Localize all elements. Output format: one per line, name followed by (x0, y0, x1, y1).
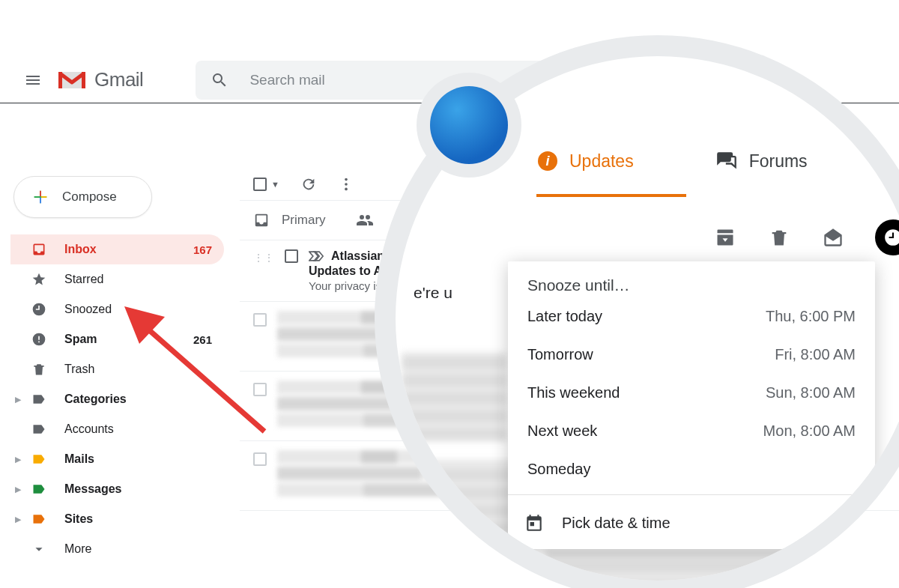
drag-handle-icon[interactable]: ⋮⋮ (253, 249, 274, 264)
sidebar-label: Messages (64, 482, 122, 496)
archive-button[interactable] (713, 225, 737, 249)
sidebar-label: Inbox (64, 243, 97, 256)
select-all-checkbox[interactable]: ▼ (253, 178, 279, 191)
sidebar-item-mails[interactable]: ▶ Mails (10, 444, 224, 474)
snooze-pick-date-time[interactable]: Pick date & time (508, 501, 875, 549)
sidebar-item-starred[interactable]: Starred (10, 264, 224, 294)
mail-open-icon (823, 227, 844, 248)
compose-button[interactable]: Compose (13, 176, 152, 218)
menu-separator (508, 494, 875, 495)
tab-forums[interactable]: Forums (716, 151, 808, 172)
snooze-option-label: This weekend (527, 384, 620, 401)
sidebar-count: 261 (193, 333, 212, 346)
refresh-button[interactable] (300, 176, 317, 193)
svg-point-0 (345, 178, 348, 181)
tab-updates[interactable]: i Updates (538, 151, 634, 172)
inbox-icon (253, 212, 270, 228)
sidebar-item-accounts[interactable]: Accounts (10, 414, 224, 444)
inbox-icon (30, 242, 48, 257)
snooze-option-tomorrow[interactable]: Tomorrow Fri, 8:00 AM (508, 336, 875, 374)
info-icon: i (538, 151, 557, 171)
tab-label: Updates (569, 151, 634, 172)
snooze-option-someday[interactable]: Someday (508, 450, 875, 488)
sidebar-item-inbox[interactable]: Inbox 167 (10, 234, 224, 264)
label-icon (30, 512, 48, 527)
compose-label: Compose (62, 190, 117, 204)
tab-label: Forums (749, 151, 808, 172)
gmail-logo[interactable]: Gmail (57, 68, 143, 91)
snooze-option-time: Sun, 8:00 AM (766, 384, 856, 401)
sidebar-item-snoozed[interactable]: Snoozed (10, 294, 224, 324)
tab-social[interactable] (356, 211, 374, 229)
label-icon (30, 452, 48, 467)
sidebar-label: Trash (64, 363, 94, 376)
sidebar-label: Starred (64, 273, 103, 286)
snooze-option-label: Someday (527, 461, 591, 478)
snooze-menu: Snooze until… Later today Thu, 6:00 PM T… (508, 261, 875, 549)
email-checkbox[interactable] (253, 452, 267, 466)
svg-point-1 (345, 183, 348, 186)
sidebar-item-categories[interactable]: ▶ Categories (10, 384, 224, 414)
label-icon (30, 392, 48, 407)
active-tab-underline (536, 194, 686, 197)
gmail-wordmark: Gmail (94, 68, 143, 91)
sidebar-label: More (64, 542, 91, 556)
snooze-option-later-today[interactable]: Later today Thu, 6:00 PM (508, 297, 875, 336)
email-snippet: Your privacy is im (309, 279, 410, 292)
menu-icon (24, 71, 42, 89)
snooze-option-label: Later today (527, 308, 602, 325)
delete-button[interactable] (767, 225, 791, 249)
caret-icon: ▶ (15, 455, 21, 464)
archive-icon (715, 227, 736, 248)
sidebar-label: Sites (64, 512, 93, 526)
forums-icon (716, 151, 737, 172)
magnified-tabs: i Updates Forums (538, 151, 898, 172)
email-checkbox[interactable] (253, 383, 267, 396)
sidebar-label: Categories (64, 392, 127, 406)
checkbox-icon (253, 178, 267, 191)
snooze-option-next-week[interactable]: Next week Mon, 8:00 AM (508, 412, 875, 450)
caret-icon: ▶ (15, 485, 21, 494)
clock-icon (30, 302, 48, 317)
sidebar-label: Mails (64, 452, 94, 466)
sidebar-item-spam[interactable]: Spam 261 (10, 324, 224, 354)
sidebar-count: 167 (193, 243, 212, 256)
snooze-button[interactable] (875, 219, 899, 255)
more-actions-button[interactable] (338, 176, 354, 193)
label-icon (30, 482, 48, 497)
email-subject: Updates to Atlass (309, 264, 410, 278)
caret-icon: ▶ (15, 515, 21, 524)
vertical-dots-icon (338, 176, 354, 193)
email-sender: Atlassian (331, 249, 384, 263)
snooze-option-time: Mon, 8:00 AM (763, 422, 856, 440)
chevron-down-icon: ▼ (271, 180, 279, 189)
important-marker-icon (309, 250, 324, 262)
snooze-option-label: Next week (527, 422, 597, 440)
hamburger-menu-button[interactable] (15, 62, 51, 98)
people-icon (356, 211, 374, 229)
tab-primary[interactable]: Primary (253, 212, 326, 228)
sidebar: Compose Inbox 167 Starred Snoozed Spam 2… (10, 176, 224, 564)
sidebar-item-messages[interactable]: ▶ Messages (10, 474, 224, 504)
email-checkbox[interactable] (285, 249, 298, 263)
trash-icon (769, 227, 790, 248)
snooze-option-this-weekend[interactable]: This weekend Sun, 8:00 AM (508, 374, 875, 412)
label-icon (30, 422, 48, 437)
alert-icon (30, 332, 48, 347)
snooze-menu-title: Snooze until… (508, 276, 875, 297)
sidebar-nav: Inbox 167 Starred Snoozed Spam 261 Trash (10, 234, 224, 564)
star-icon (30, 272, 48, 287)
snooze-option-time: Thu, 6:00 PM (766, 308, 856, 325)
email-preview: Atlassian Updates to Atlass Your privacy… (309, 249, 410, 292)
refresh-icon (300, 176, 317, 193)
sidebar-item-more[interactable]: More (10, 534, 224, 564)
email-checkbox[interactable] (253, 313, 267, 327)
sidebar-item-sites[interactable]: ▶ Sites (10, 504, 224, 534)
snooze-pick-label: Pick date & time (562, 515, 671, 532)
sidebar-label: Spam (64, 333, 97, 346)
sidebar-item-trash[interactable]: Trash (10, 354, 224, 384)
search-icon (211, 71, 228, 89)
svg-point-2 (345, 188, 348, 191)
mark-read-button[interactable] (821, 225, 845, 249)
snooze-option-time: Fri, 8:00 AM (775, 346, 856, 363)
